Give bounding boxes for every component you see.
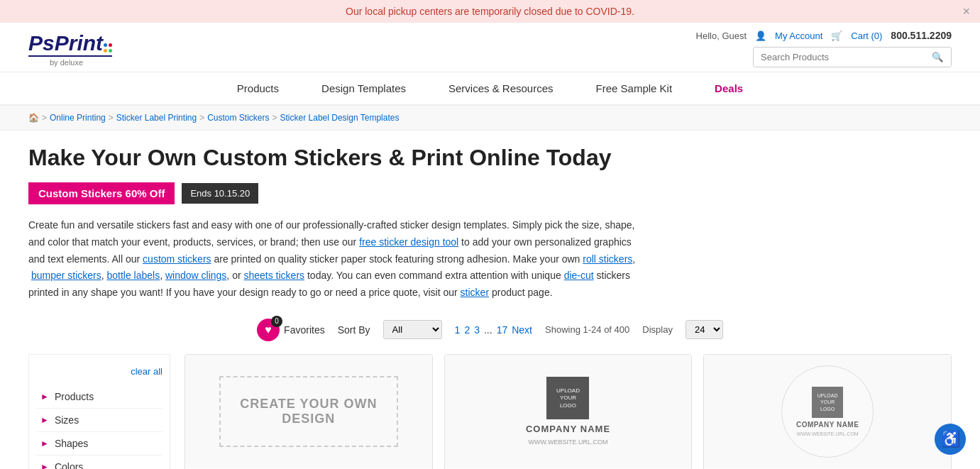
sidebar-item-products[interactable]: ► Products xyxy=(36,385,163,409)
dot-green xyxy=(109,49,112,53)
my-account-link[interactable]: My Account xyxy=(775,31,822,41)
product-card-img-company-rect: UPLOAD YOUR LOGO COMPANY NAME WWW.WEBSIT… xyxy=(445,355,692,468)
pagination: 1 2 3 ... 17 Next xyxy=(455,324,532,336)
oval-upload-box: UPLOAD YOUR LOGO xyxy=(812,387,843,418)
link-window-clings[interactable]: window clings xyxy=(165,270,226,281)
nav: Products Design Templates Services & Res… xyxy=(0,72,980,106)
phone-number: 800.511.2209 xyxy=(891,30,952,41)
search-input[interactable] xyxy=(754,48,925,67)
promo-badge: Custom Stickers 60% Off Ends 10.15.20 xyxy=(28,182,258,204)
arrow-icon-colors: ► xyxy=(40,462,49,469)
content-area: clear all ► Products ► Sizes ► Shapes ► … xyxy=(28,354,952,469)
product-card-img-create-own: CREATE YOUR OWN DESIGN xyxy=(185,355,432,468)
cart-icon: 🛒 xyxy=(831,31,842,41)
nav-bar: Products Design Templates Services & Res… xyxy=(0,72,980,106)
nav-products[interactable]: Products xyxy=(216,72,300,104)
oval-company-name: COMPANY NAME xyxy=(796,421,859,429)
dot-blue xyxy=(104,43,107,47)
search-bar: 🔍 xyxy=(753,47,952,67)
upload-logo-box: UPLOAD YOUR LOGO xyxy=(546,377,589,419)
company-url-text: WWW.WEBSITE.URL.COM xyxy=(528,438,607,446)
dot-yellow xyxy=(104,49,107,53)
link-die-cut[interactable]: die-cut xyxy=(564,270,594,281)
sidebar-label-shapes: Shapes xyxy=(55,438,88,449)
header: PsPrint by deluxe Hello, Guest 👤 xyxy=(0,23,980,72)
link-custom-stickers[interactable]: custom stickers xyxy=(143,253,211,265)
product-card-company-oval: UPLOAD YOUR LOGO COMPANY NAME WWW.WEBSIT… xyxy=(703,354,952,469)
sort-select[interactable]: All Newest Popular xyxy=(383,320,442,339)
main-content: Make Your Own Custom Stickers & Print On… xyxy=(0,131,980,469)
link-free-sticker-design-tool[interactable]: free sticker design tool xyxy=(359,236,458,248)
header-right: Hello, Guest 👤 My Account 🛒 Cart (0) 800… xyxy=(696,30,952,67)
link-bumper-stickers[interactable]: bumper stickers xyxy=(31,270,101,281)
display-label: Display xyxy=(642,324,673,335)
company-name-text: COMPANY NAME xyxy=(526,424,610,434)
link-sticker[interactable]: sticker xyxy=(461,287,489,298)
page-ellipsis: ... xyxy=(484,324,492,336)
page-3[interactable]: 3 xyxy=(474,324,480,336)
logo[interactable]: PsPrint by deluxe xyxy=(28,31,112,67)
favorites-button[interactable]: ♥ 0 Favorites xyxy=(257,319,325,341)
arrow-icon-products: ► xyxy=(40,392,49,402)
product-card-create-own: CREATE YOUR OWN DESIGN Get Started xyxy=(185,354,433,469)
page-2[interactable]: 2 xyxy=(464,324,470,336)
arrow-icon-sizes: ► xyxy=(40,415,49,425)
link-sheets-tickers[interactable]: sheets tickers xyxy=(243,270,304,281)
search-button[interactable]: 🔍 xyxy=(925,48,951,67)
breadcrumb-custom-stickers[interactable]: Custom Stickers xyxy=(207,113,269,123)
upload-logo-text: UPLOAD YOUR LOGO xyxy=(556,387,580,409)
breadcrumb-sticker-label-design-templates[interactable]: Sticker Label Design Templates xyxy=(280,113,400,123)
nav-free-sample-kit[interactable]: Free Sample Kit xyxy=(575,72,694,104)
page-17[interactable]: 17 xyxy=(497,324,508,336)
sidebar-item-colors[interactable]: ► Colors xyxy=(36,456,163,469)
logo-dots xyxy=(104,43,112,53)
sidebar-label-sizes: Sizes xyxy=(55,414,79,426)
sidebar-item-sizes[interactable]: ► Sizes xyxy=(36,409,163,432)
product-card-company-rect: UPLOAD YOUR LOGO COMPANY NAME WWW.WEBSIT… xyxy=(444,354,693,469)
dot-red xyxy=(109,43,112,47)
greeting-text: Hello, Guest xyxy=(696,31,747,41)
oval-card-inner: UPLOAD YOUR LOGO COMPANY NAME WWW.WEBSIT… xyxy=(781,365,874,458)
product-grid: CREATE YOUR OWN DESIGN Get Started UPLOA… xyxy=(170,354,952,469)
promo-label: Custom Stickers 60% Off xyxy=(28,182,175,204)
logo-byline: by deluxe xyxy=(50,58,83,67)
create-own-text: CREATE YOUR OWN DESIGN xyxy=(221,397,397,426)
link-bottle-labels[interactable]: bottle labels xyxy=(106,270,160,281)
oval-company-url: WWW.WEBSITE.URL.COM xyxy=(797,431,859,436)
nav-design-templates[interactable]: Design Templates xyxy=(300,72,427,104)
user-icon: 👤 xyxy=(755,31,766,41)
breadcrumb-sticker-label-printing[interactable]: Sticker Label Printing xyxy=(116,113,197,123)
favorites-label: Favorites xyxy=(284,324,325,336)
page-next[interactable]: Next xyxy=(512,324,532,336)
display-select[interactable]: 24 48 96 xyxy=(686,320,723,339)
sort-by-label: Sort By xyxy=(338,324,370,336)
heart-icon: ♥ 0 xyxy=(257,319,280,341)
nav-services-resources[interactable]: Services & Resources xyxy=(427,72,575,104)
sort-bar: ♥ 0 Favorites Sort By All Newest Popular… xyxy=(28,319,952,341)
sidebar-label-colors: Colors xyxy=(55,461,83,469)
link-roll-stickers[interactable]: roll stickers xyxy=(583,253,632,265)
home-icon[interactable]: 🏠 xyxy=(28,113,39,123)
page-1[interactable]: 1 xyxy=(455,324,461,336)
sidebar: clear all ► Products ► Sizes ► Shapes ► … xyxy=(28,354,170,469)
logo-text: PsPrint xyxy=(28,31,103,55)
breadcrumb-online-printing[interactable]: Online Printing xyxy=(50,113,106,123)
page-title: Make Your Own Custom Stickers & Print On… xyxy=(28,145,952,171)
company-card-inner: UPLOAD YOUR LOGO COMPANY NAME WWW.WEBSIT… xyxy=(526,377,610,446)
cart-link[interactable]: Cart (0) xyxy=(851,31,882,41)
product-card-img-company-oval: UPLOAD YOUR LOGO COMPANY NAME WWW.WEBSIT… xyxy=(704,355,951,468)
nav-deals[interactable]: Deals xyxy=(693,72,764,104)
accessibility-button[interactable]: ♿ xyxy=(935,424,966,455)
sidebar-clear-button[interactable]: clear all xyxy=(36,366,163,377)
promo-ends: Ends 10.15.20 xyxy=(182,183,258,204)
covid-message: Our local pickup centers are temporarily… xyxy=(346,6,634,17)
sidebar-item-shapes[interactable]: ► Shapes xyxy=(36,432,163,456)
header-top-links: Hello, Guest 👤 My Account 🛒 Cart (0) 800… xyxy=(696,30,952,41)
covid-banner: Our local pickup centers are temporarily… xyxy=(0,0,980,23)
sidebar-label-products: Products xyxy=(55,391,94,402)
arrow-icon-shapes: ► xyxy=(40,438,49,448)
create-own-box: CREATE YOUR OWN DESIGN xyxy=(219,376,399,447)
covid-close-button[interactable]: × xyxy=(962,4,970,19)
accessibility-icon: ♿ xyxy=(941,430,960,448)
description: Create fun and versatile stickers fast a… xyxy=(28,217,639,302)
